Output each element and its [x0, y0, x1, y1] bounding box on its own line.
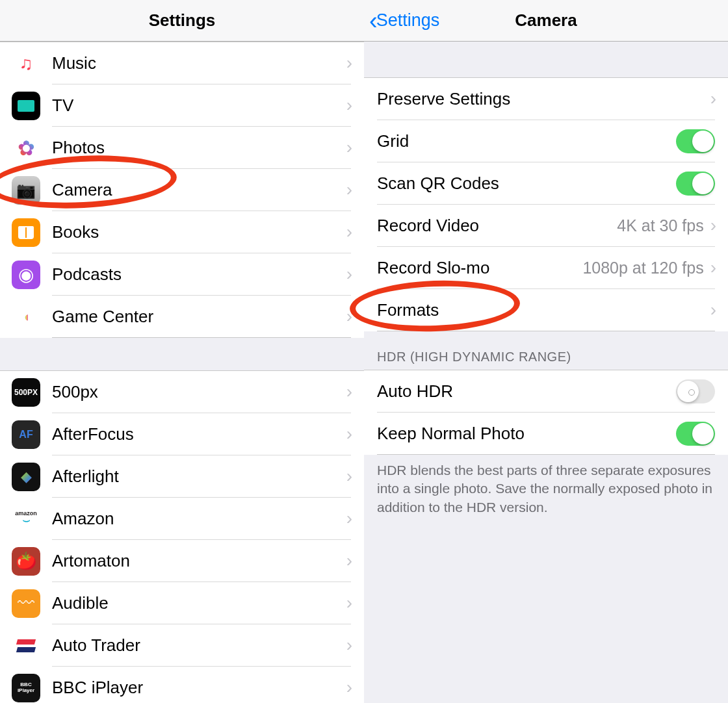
toggle-scan-qr[interactable] [676, 172, 715, 196]
row-preserve-settings[interactable]: Preserve Settings › [364, 77, 728, 120]
chevron-right-icon: › [346, 222, 352, 242]
row-label: Grid [377, 131, 676, 151]
books-icon [12, 218, 40, 247]
amazon-icon [12, 505, 40, 533]
chevron-right-icon: › [710, 88, 716, 109]
artomaton-icon [12, 547, 40, 576]
row-label: TV [52, 96, 346, 116]
row-keep-normal-photo[interactable]: Keep Normal Photo [364, 413, 728, 455]
row-grid[interactable]: Grid [364, 120, 728, 162]
row-label: BBC iPlayer [52, 678, 346, 698]
audible-icon [12, 589, 40, 618]
back-button[interactable]: ‹ Settings [369, 8, 439, 33]
row-label: Preserve Settings [377, 89, 710, 109]
chevron-right-icon: › [346, 53, 352, 73]
settings-screen: Settings Music›TV›Photos›Camera›Books›Po… [0, 0, 364, 703]
row-label: Podcasts [52, 264, 346, 285]
tv-icon [12, 92, 40, 120]
row-record-video[interactable]: Record Video 4K at 30 fps › [364, 205, 728, 247]
chevron-right-icon: › [346, 424, 352, 444]
chevron-right-icon: › [346, 635, 352, 656]
section-header-hdr: HDR (HIGH DYNAMIC RANGE) [364, 331, 728, 370]
row-scan-qr[interactable]: Scan QR Codes [364, 162, 728, 205]
row-label: Auto HDR [377, 381, 676, 402]
row-label: Audible [52, 593, 346, 613]
row-label: Keep Normal Photo [377, 424, 676, 444]
chevron-right-icon: › [346, 550, 352, 571]
row-label: Amazon [52, 509, 346, 529]
chevron-right-icon: › [710, 257, 716, 278]
row-label: Books [52, 222, 346, 242]
settings-row-afterfocus[interactable]: AfterFocus› [0, 413, 364, 455]
chevron-right-icon: › [346, 381, 352, 402]
header: Settings [0, 0, 364, 42]
afterfocus-icon [12, 420, 40, 449]
settings-row-music[interactable]: Music› [0, 42, 364, 84]
row-label: Record Slo-mo [377, 258, 582, 278]
row-formats[interactable]: Formats › [364, 289, 728, 331]
row-label: Formats [377, 300, 710, 320]
camera-group-hdr: Auto HDR Keep Normal Photo [364, 370, 728, 455]
chevron-right-icon: › [346, 677, 352, 698]
chevron-right-icon: › [346, 137, 352, 158]
group-spacer [364, 42, 728, 77]
settings-row-books[interactable]: Books› [0, 211, 364, 253]
toggle-grid[interactable] [676, 129, 715, 153]
chevron-right-icon: › [346, 306, 352, 327]
row-label: Photos [52, 138, 346, 158]
settings-row-amazon[interactable]: Amazon› [0, 498, 364, 540]
chevron-right-icon: › [346, 264, 352, 285]
music-icon [12, 49, 40, 78]
chevron-right-icon: › [346, 508, 352, 529]
settings-row-photos[interactable]: Photos› [0, 127, 364, 169]
row-record-slomo[interactable]: Record Slo-mo 1080p at 120 fps › [364, 247, 728, 289]
chevron-right-icon: › [346, 95, 352, 116]
500px-icon: 500PX [12, 378, 40, 407]
page-title: Camera [515, 10, 577, 31]
settings-group-thirdparty: 500PX500px›AfterFocus›Afterlight›Amazon›… [0, 370, 364, 703]
row-value: 1080p at 120 fps [582, 259, 703, 277]
row-label: Music [52, 53, 346, 73]
settings-row-podcasts[interactable]: Podcasts› [0, 253, 364, 296]
section-footer-hdr: HDR blends the best parts of three separ… [364, 455, 728, 530]
settings-group-apple: Music›TV›Photos›Camera›Books›Podcasts›Ga… [0, 42, 364, 338]
page-title: Settings [149, 10, 216, 31]
settings-row-bbc[interactable]: BBC iPlayerBBC iPlayer› [0, 667, 364, 703]
settings-row-afterlight[interactable]: Afterlight› [0, 455, 364, 498]
row-value: 4K at 30 fps [617, 216, 703, 235]
autotrader-icon [12, 632, 40, 660]
row-label: AfterFocus [52, 424, 346, 444]
settings-row-500px[interactable]: 500PX500px› [0, 370, 364, 413]
gamecenter-icon [12, 303, 40, 331]
group-spacer [0, 338, 364, 370]
chevron-right-icon: › [346, 593, 352, 613]
settings-row-autotrader[interactable]: Auto Trader› [0, 624, 364, 667]
row-auto-hdr[interactable]: Auto HDR [364, 370, 728, 413]
row-label: Auto Trader [52, 635, 346, 656]
row-label: Scan QR Codes [377, 173, 676, 194]
settings-row-audible[interactable]: Audible› [0, 582, 364, 624]
row-label: Afterlight [52, 467, 346, 487]
toggle-keep-normal[interactable] [676, 422, 715, 446]
bbc-icon: BBC iPlayer [12, 674, 40, 702]
settings-row-gamecenter[interactable]: Game Center› [0, 296, 364, 338]
photos-icon [12, 134, 40, 162]
chevron-right-icon: › [346, 466, 352, 487]
camera-settings-screen: ‹ Settings Camera Preserve Settings › Gr… [364, 0, 728, 703]
row-label: Artomaton [52, 551, 346, 571]
row-label: Record Video [377, 216, 617, 236]
camera-icon [12, 176, 40, 205]
toggle-auto-hdr[interactable] [676, 379, 715, 403]
chevron-right-icon: › [710, 300, 716, 320]
chevron-right-icon: › [710, 215, 716, 236]
row-label: Game Center [52, 307, 346, 327]
header: ‹ Settings Camera [364, 0, 728, 42]
settings-list: Music›TV›Photos›Camera›Books›Podcasts›Ga… [0, 42, 364, 703]
back-label: Settings [376, 10, 440, 31]
settings-row-tv[interactable]: TV› [0, 84, 364, 127]
settings-row-artomaton[interactable]: Artomaton› [0, 540, 364, 582]
camera-settings-list: Preserve Settings › Grid Scan QR Codes [364, 42, 728, 703]
row-label: Camera [52, 180, 346, 200]
settings-row-camera[interactable]: Camera› [0, 169, 364, 211]
camera-group-main: Preserve Settings › Grid Scan QR Codes [364, 77, 728, 331]
